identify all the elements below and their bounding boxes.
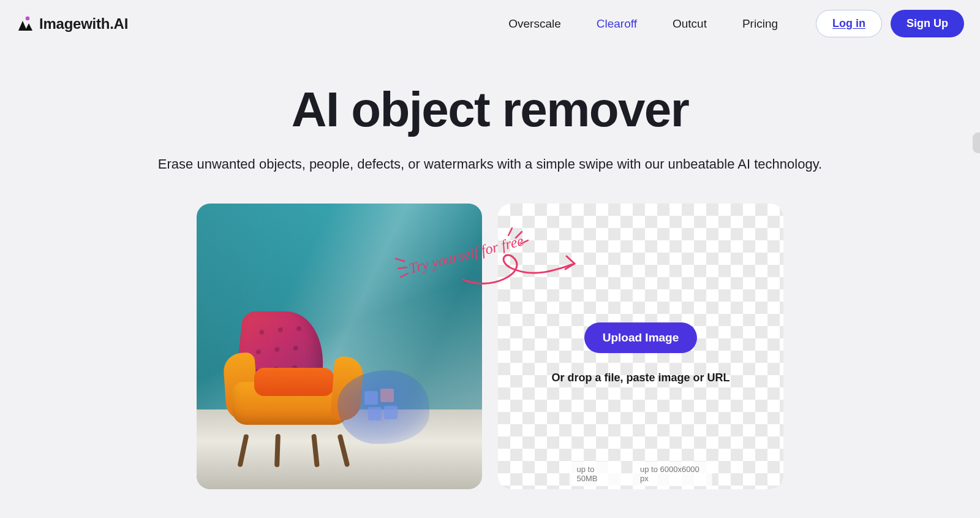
upload-limits: up to 50MB up to 6000x6000 px	[570, 462, 712, 486]
hero: AI object remover Erase unwanted objects…	[0, 84, 980, 174]
sample-image-panel	[197, 204, 482, 489]
sample-scene	[197, 204, 482, 489]
nav-right: Overscale Clearoff Outcut Pricing Log in…	[508, 10, 964, 37]
side-tab-handle[interactable]	[973, 132, 980, 153]
logo-text: Imagewith.AI	[39, 15, 128, 32]
nav-link-pricing[interactable]: Pricing	[742, 17, 778, 31]
armchair-illustration	[227, 311, 362, 452]
svg-point-0	[26, 16, 30, 20]
hero-subtitle: Erase unwanted objects, people, defects,…	[24, 154, 956, 174]
nav-link-outcut[interactable]: Outcut	[673, 17, 707, 31]
limit-size: up to 50MB	[570, 462, 622, 486]
drop-hint-text: Or drop a file, paste image or URL	[551, 371, 729, 384]
header: Imagewith.AI Overscale Clearoff Outcut P…	[0, 0, 980, 47]
auth-buttons: Log in Sign Up	[816, 10, 964, 37]
erase-brush-mark	[337, 370, 429, 444]
hero-title: AI object remover	[24, 84, 956, 135]
login-button[interactable]: Log in	[816, 10, 882, 37]
upload-image-button[interactable]: Upload Image	[584, 322, 698, 353]
nav-links: Overscale Clearoff Outcut Pricing	[508, 17, 778, 31]
nav-link-overscale[interactable]: Overscale	[508, 17, 561, 31]
limit-dimensions: up to 6000x6000 px	[633, 462, 712, 486]
nav-link-clearoff[interactable]: Clearoff	[597, 17, 637, 31]
logo-icon	[16, 16, 33, 32]
upload-panel[interactable]: Upload Image Or drop a file, paste image…	[498, 204, 783, 489]
demo-panels: Try yourself for free	[0, 204, 980, 489]
signup-button[interactable]: Sign Up	[891, 10, 964, 37]
logo[interactable]: Imagewith.AI	[16, 15, 128, 32]
